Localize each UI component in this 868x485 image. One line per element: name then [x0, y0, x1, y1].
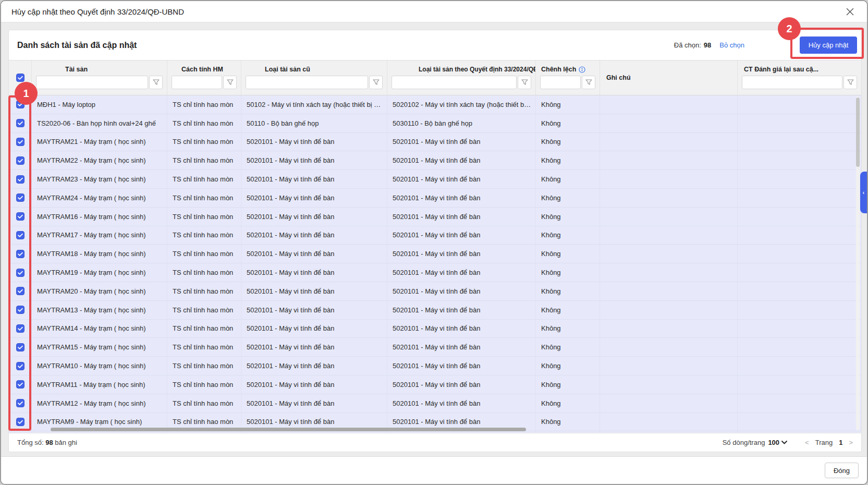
row-checkbox-checked[interactable]: [16, 324, 25, 333]
row-checkbox-cell[interactable]: [9, 95, 32, 114]
close-icon[interactable]: [843, 5, 857, 18]
row-checkbox-checked[interactable]: [16, 156, 25, 165]
pager-prev-icon[interactable]: <: [805, 439, 809, 446]
vertical-scrollbar-thumb[interactable]: [856, 98, 860, 167]
page-number[interactable]: 1: [839, 439, 842, 446]
row-checkbox-checked[interactable]: [16, 380, 25, 389]
filter-asset-input[interactable]: [36, 76, 148, 89]
row-checkbox-checked[interactable]: [16, 212, 25, 221]
row-method: TS chỉ tính hao mòn: [167, 151, 241, 169]
table-row: MAYTRAM16 - Máy trạm ( học sinh) TS chỉ …: [9, 208, 861, 226]
select-all-checkbox[interactable]: [16, 74, 25, 82]
col-label-new-type: Loại tài sản theo Quyết định 33/2024/QĐ-…: [387, 60, 535, 73]
row-checkbox-cell[interactable]: [9, 320, 32, 338]
filter-difference-input[interactable]: [541, 76, 580, 89]
row-old-type: 5020101 - Máy vi tính để bàn: [241, 226, 387, 245]
horizontal-scrollbar-thumb[interactable]: [51, 428, 526, 431]
row-checkbox-checked[interactable]: [16, 231, 25, 239]
deselect-link[interactable]: Bỏ chọn: [719, 41, 744, 49]
dialog-footer: Đóng: [1, 456, 867, 484]
row-checkbox-checked[interactable]: [16, 269, 25, 277]
dialog-titlebar: Hủy cập nhật theo Quyết định 33/2024/QĐ-…: [1, 1, 867, 22]
row-checkbox-checked[interactable]: [16, 287, 25, 295]
row-checkbox-cell[interactable]: [9, 338, 32, 356]
filter-new-type-input[interactable]: [392, 76, 516, 89]
row-checkbox-cell[interactable]: [9, 170, 32, 188]
filter-ct-funnel-icon[interactable]: [843, 76, 857, 89]
row-checkbox-cell[interactable]: [9, 208, 32, 226]
row-checkbox-checked[interactable]: [16, 306, 25, 314]
row-checkbox-checked[interactable]: [16, 250, 25, 258]
row-ct: [738, 170, 861, 188]
header-col-note: Ghi chú: [600, 60, 738, 95]
row-difference: Không: [536, 301, 600, 319]
row-asset: MAYTRAM16 - Máy trạm ( học sinh): [32, 208, 167, 226]
row-asset: MAYTRAM22 - Máy trạm ( học sinh): [32, 151, 167, 169]
row-checkbox-cell[interactable]: [9, 189, 32, 207]
info-circle-icon[interactable]: [579, 66, 585, 73]
filter-old-type-funnel-icon[interactable]: [369, 76, 383, 89]
filter-method-input[interactable]: [172, 76, 222, 89]
row-checkbox-cell[interactable]: [9, 301, 32, 319]
row-ct: [738, 95, 861, 114]
filter-old-type-input[interactable]: [246, 76, 368, 89]
row-checkbox-checked[interactable]: [16, 119, 25, 127]
panel-title: Danh sách tài sản đã cập nhật: [17, 41, 137, 50]
row-note: [600, 357, 738, 375]
row-new-type: 5020101 - Máy vi tính để bàn: [387, 375, 536, 394]
row-new-type: 5020101 - Máy vi tính để bàn: [387, 189, 536, 207]
row-asset: MAYTRAM19 - Máy trạm ( học sinh): [32, 263, 167, 282]
vertical-scrollbar[interactable]: [856, 96, 860, 430]
row-method: TS chỉ tính hao mòn: [167, 357, 241, 375]
filter-ct-input[interactable]: [742, 76, 842, 89]
row-checkbox-checked[interactable]: [16, 100, 25, 108]
row-ct: [738, 357, 861, 375]
row-checkbox-cell[interactable]: [9, 114, 32, 132]
page-size-select[interactable]: 100: [768, 439, 787, 446]
row-checkbox-checked[interactable]: [16, 193, 25, 202]
table-row: TS2020-06 - Bàn họp hình oval+24 ghế TS …: [9, 114, 861, 133]
row-checkbox-cell[interactable]: [9, 357, 32, 375]
header-col-new-type: Loại tài sản theo Quyết định 33/2024/QĐ-…: [387, 60, 536, 95]
row-checkbox-checked[interactable]: [16, 418, 25, 426]
row-checkbox-cell[interactable]: [9, 375, 32, 394]
row-method: TS chỉ tính hao mòn: [167, 245, 241, 263]
row-method: TS chỉ tính hao mòn: [167, 114, 241, 132]
row-asset: MAYTRAM10 - Máy trạm ( học sinh): [32, 357, 167, 375]
row-checkbox-cell[interactable]: [9, 133, 32, 151]
row-checkbox-checked[interactable]: [16, 362, 25, 370]
row-checkbox-cell[interactable]: [9, 245, 32, 263]
cancel-update-button[interactable]: Hủy cập nhật: [800, 37, 857, 54]
total-records: Tổng số: 98 bản ghi: [17, 439, 77, 446]
row-method: TS chỉ tính hao mòn: [167, 95, 241, 114]
row-checkbox-checked[interactable]: [16, 175, 25, 184]
row-checkbox-cell[interactable]: [9, 226, 32, 245]
row-checkbox-cell[interactable]: [9, 263, 32, 282]
row-ct: [738, 226, 861, 245]
side-panel-toggle[interactable]: ‹: [860, 172, 867, 213]
row-old-type: 50110 - Bộ bàn ghế họp: [241, 114, 387, 132]
header-col-difference: Chênh lệch: [536, 60, 600, 95]
filter-method-funnel-icon[interactable]: [223, 76, 237, 89]
table-row: MAYTRAM20 - Máy trạm ( học sinh) TS chỉ …: [9, 282, 861, 301]
row-checkbox-checked[interactable]: [16, 343, 25, 351]
table-row: MAYTRAM18 - Máy trạm ( học sinh) TS chỉ …: [9, 245, 861, 263]
row-method: TS chỉ tính hao mòn: [167, 338, 241, 356]
row-checkbox-cell[interactable]: [9, 394, 32, 413]
close-dialog-button[interactable]: Đóng: [825, 463, 859, 478]
table-row: MAYTRAM19 - Máy trạm ( học sinh) TS chỉ …: [9, 263, 861, 282]
row-note: [600, 282, 738, 300]
pager-next-icon[interactable]: >: [849, 439, 853, 446]
filter-asset-funnel-icon[interactable]: [149, 76, 163, 89]
row-checkbox-cell[interactable]: [9, 413, 32, 431]
filter-new-type-funnel-icon[interactable]: [518, 76, 531, 89]
row-ct: [738, 301, 861, 319]
row-checkbox-cell[interactable]: [9, 282, 32, 300]
row-checkbox-cell[interactable]: [9, 151, 32, 169]
row-difference: Không: [536, 189, 600, 207]
row-note: [600, 226, 738, 245]
filter-difference-funnel-icon[interactable]: [582, 76, 595, 89]
header-col-ct: CT Đánh giá lại sau cậ...: [738, 60, 861, 95]
row-checkbox-checked[interactable]: [16, 399, 25, 407]
row-checkbox-checked[interactable]: [16, 138, 25, 146]
